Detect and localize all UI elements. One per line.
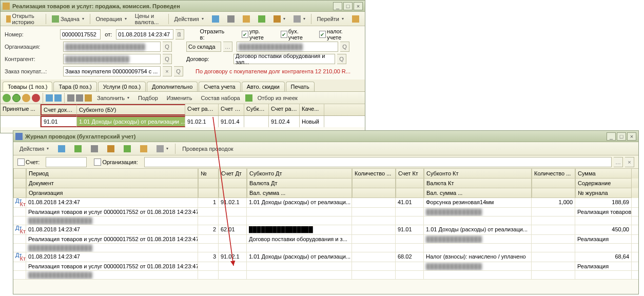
win2-titlebar: Журнал проводок (бухгалтерский учет) _ □…	[13, 131, 638, 142]
chk-org[interactable]: Организация:	[94, 159, 138, 166]
journal-row[interactable]: ДтКт 01.08.2018 14:23:47191.02.11.01 Дох…	[13, 198, 638, 208]
tabs: Товары (1 поз.) Тара (0 поз.) Услуги (0 …	[1, 80, 365, 92]
contract-lookup-icon[interactable]: Q	[337, 54, 346, 64]
doc-form: Номер: 00000017552 от: 01.08.2018 14:23:…	[1, 26, 365, 80]
tb2-icon7[interactable]	[153, 143, 172, 154]
minimize-button[interactable]: _	[333, 2, 342, 10]
journal-row-sub2[interactable]: ████████████████	[13, 271, 638, 280]
journal-icon	[15, 133, 23, 140]
add-icon[interactable]	[3, 94, 11, 102]
warehouse-input[interactable]: ████████████████	[237, 42, 338, 52]
movedown-icon[interactable]	[54, 94, 62, 102]
close-button[interactable]: ×	[627, 132, 636, 141]
fill-menu[interactable]: Заполнить	[93, 92, 133, 104]
operation-menu[interactable]: Операция	[92, 13, 130, 25]
fromwh-label[interactable]: Со склада	[186, 42, 221, 52]
chk-upr[interactable]: ✔упр. учете	[242, 28, 275, 41]
order-lookup-icon[interactable]: Q	[174, 66, 183, 76]
win1-title: Реализация товаров и услуг: продажа, ком…	[12, 3, 332, 9]
barcode-icon[interactable]	[85, 94, 92, 102]
tab-services[interactable]: Услуги (0 поз.)	[98, 82, 146, 91]
journal-row[interactable]: ДтКт 01.08.2018 14:23:47262.01██████████…	[13, 225, 638, 235]
tb2-check[interactable]: Проверка проводок	[179, 143, 237, 154]
date-picker-icon[interactable]: 🗓	[175, 29, 184, 40]
chk-acct[interactable]: Счет:	[17, 159, 40, 166]
journal-row-sub2[interactable]: ████████████████	[13, 244, 638, 252]
tb2-icon2[interactable]	[71, 143, 85, 154]
close-button[interactable]: ×	[354, 2, 363, 10]
tb-icon5[interactable]	[270, 13, 289, 25]
orgfilter-clear[interactable]: ×	[625, 157, 634, 167]
debt-text: По договору с покупателем долг контраген…	[196, 68, 350, 74]
actions2-menu[interactable]: Действия	[16, 143, 52, 154]
order-x[interactable]: ×	[163, 66, 172, 76]
win1-titlebar: Реализация товаров и услуг: продажа, ком…	[1, 1, 365, 12]
tab-autodisc[interactable]: Авто. скидки	[242, 82, 285, 91]
tab-accounts[interactable]: Счета учета	[199, 82, 240, 91]
journal-row-sub[interactable]: Реализация товаров и услуг 00000017552 о…	[13, 208, 638, 216]
counterparty-input[interactable]: ████████████████	[63, 54, 161, 64]
change-button[interactable]: Изменить	[163, 92, 196, 104]
tb-icon6[interactable]	[290, 13, 309, 25]
cp-lookup-icon[interactable]: Q	[163, 54, 172, 64]
edit-icon[interactable]	[22, 94, 30, 102]
maximize-button[interactable]: □	[617, 132, 626, 141]
doc-icon	[3, 3, 10, 10]
order-input[interactable]: Заказ покупателя 00000009754 с ...	[63, 66, 161, 76]
select-button[interactable]: Подбор	[134, 92, 162, 104]
number-label: Номер:	[5, 31, 58, 37]
fromwh-q[interactable]: …	[223, 42, 232, 52]
maximize-button[interactable]: □	[343, 2, 353, 10]
contract-input[interactable]: Договор поставки оборудования и зап...	[233, 54, 335, 64]
acct-filter[interactable]	[46, 157, 87, 167]
tb2-icon5[interactable]	[120, 143, 134, 154]
actions-menu[interactable]: Действия	[171, 13, 207, 25]
win2-toolbar: Действия Проверка проводок	[13, 142, 638, 155]
journal-row-sub[interactable]: Реализация товаров и услуг 00000017552 о…	[13, 262, 638, 271]
journal-row-sub[interactable]: Реализация товаров и услуг 00000017552 о…	[13, 235, 638, 244]
date-input[interactable]: 01.08.2018 14:23:47	[116, 29, 173, 40]
tb-icon1[interactable]	[208, 13, 223, 25]
tb2-icon1[interactable]	[54, 143, 69, 154]
grid-toolbar: Заполнить Подбор Изменить Состав набора …	[1, 92, 365, 104]
cells-icon[interactable]	[245, 94, 252, 102]
chk-buh[interactable]: ✔бух. учете	[281, 28, 313, 41]
tb2-icon4[interactable]	[104, 143, 118, 154]
tb-icon4[interactable]	[255, 13, 269, 25]
tb-icon2[interactable]	[224, 13, 238, 25]
org-filter[interactable]	[144, 157, 612, 167]
win2-title: Журнал проводок (бухгалтерский учет)	[25, 133, 606, 140]
tb-icon3[interactable]	[239, 13, 253, 25]
tb2-icon3[interactable]	[87, 143, 102, 154]
wh-lookup-icon[interactable]: Q	[340, 42, 349, 52]
org-lookup-icon[interactable]: Q	[163, 42, 172, 52]
journal-grid: Период № Счет Дт Субконто Дт Количество …	[13, 169, 638, 280]
history-button[interactable]: Открыть историю	[3, 13, 44, 25]
delete-icon[interactable]	[32, 94, 40, 102]
tab-print[interactable]: Печать	[286, 82, 315, 91]
org-input[interactable]: ████████████████████	[63, 42, 161, 52]
clone-icon[interactable]	[12, 94, 21, 102]
cellfilter-button[interactable]: Отбор из ячеек	[254, 92, 301, 104]
prices-button[interactable]: Цены и валюта...	[131, 13, 166, 25]
journal-row[interactable]: ДтКт 01.08.2018 14:23:47391.02.11.01 Дох…	[13, 252, 638, 262]
number-input[interactable]: 00000017552	[60, 29, 101, 40]
tab-additional[interactable]: Дополнительно	[147, 82, 198, 91]
grid-row[interactable]: 91.01 1.01 Доходы (расходы) от реализаци…	[1, 116, 365, 127]
tab-goods[interactable]: Товары (1 поз.)	[3, 82, 52, 91]
tb-icon7[interactable]	[348, 13, 363, 25]
filter-bar: Счет: Организация: … ×	[13, 155, 638, 169]
chk-nalog[interactable]: ✔налог. учете	[319, 28, 357, 41]
orgfilter-x[interactable]: …	[614, 157, 623, 167]
tab-tara[interactable]: Тара (0 поз.)	[53, 82, 96, 91]
journal-row-sub2[interactable]: ████████████████	[13, 216, 638, 225]
goto-menu[interactable]: Перейти	[313, 13, 347, 25]
task-menu[interactable]: Задача	[48, 13, 88, 25]
moveup-icon[interactable]	[46, 94, 53, 102]
sortdesc-icon[interactable]	[76, 94, 83, 102]
tb2-icon6[interactable]	[136, 143, 151, 154]
sortasc-icon[interactable]	[67, 94, 74, 102]
grid: Принятые ... Счет доход... Субконто (БУ)…	[1, 104, 365, 127]
content-button[interactable]: Состав набора	[197, 92, 243, 104]
minimize-button[interactable]: _	[607, 132, 616, 141]
